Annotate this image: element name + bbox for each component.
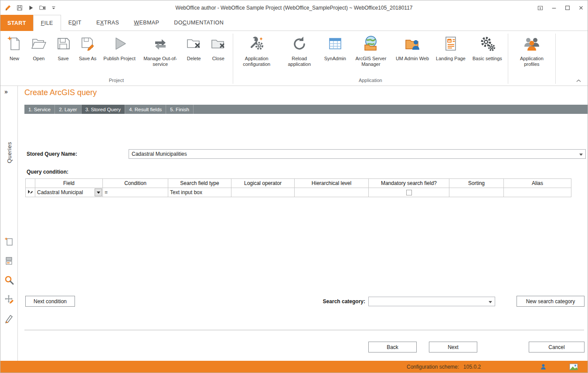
quick-publish-icon[interactable] (27, 3, 35, 12)
logical-operator-cell[interactable] (231, 188, 295, 197)
title-bar: WebOffice author - WebOffice Sample Proj… (0, 0, 588, 15)
table-row: Cadastral Municipal = Text input box (26, 188, 571, 197)
application-configuration-button[interactable]: Application configuration (235, 34, 278, 68)
edit-geometry-icon[interactable] (3, 293, 16, 306)
window-controls (534, 0, 588, 15)
row-selector-header (26, 179, 35, 188)
stored-query-name-label: Stored Query Name: (27, 149, 77, 159)
tab-file[interactable]: FILE (33, 15, 61, 31)
ribbon: New Open Save Save As Publish Project (0, 31, 588, 86)
column-header-sorting: Sorting (449, 179, 504, 188)
wizard-steps-bar: 1. Service 2. Layer 3. Stored Query 4. R… (24, 105, 588, 114)
ribbon-pin-icon[interactable] (534, 0, 547, 15)
open-folder-icon (30, 35, 48, 54)
um-admin-web-button[interactable]: UM Admin Web (392, 34, 432, 62)
landing-page-button[interactable]: w Landing Page (432, 34, 469, 62)
field-cell[interactable]: Cadastral Municipal (35, 188, 103, 197)
delete-button[interactable]: Delete (182, 34, 206, 62)
synadmin-icon (326, 35, 344, 54)
quick-close-project-icon[interactable] (38, 3, 47, 12)
search-field-type-cell[interactable]: Text input box (168, 188, 231, 197)
manage-out-of-service-button[interactable]: Manage Out-of-service (139, 34, 182, 68)
mandatory-cell[interactable] (369, 188, 449, 197)
alias-cell[interactable] (504, 188, 571, 197)
user-status-icon[interactable] (539, 363, 547, 371)
row-edit-indicator[interactable] (26, 188, 35, 197)
save-button[interactable]: Save (51, 34, 75, 62)
manage-out-of-service-icon (152, 35, 169, 54)
application-profiles-icon (523, 35, 540, 54)
tab-documentation[interactable]: DOCUMENTATION (167, 15, 231, 31)
publish-project-button[interactable]: Publish Project (100, 34, 139, 62)
arcgis-server-manager-button[interactable]: ArcGIS Server Manager (350, 34, 392, 68)
sorting-cell[interactable] (449, 188, 504, 197)
wizard-step-stored-query[interactable]: 3. Stored Query (82, 105, 125, 114)
wizard-step-finish[interactable]: 5. Finish (166, 105, 193, 114)
configuration-scheme-status: Configuration scheme:105.0.2 (407, 361, 481, 373)
ribbon-tab-strip: START FILE EDIT EXTRAS WEBMAP DOCUMENTAT… (0, 15, 588, 31)
row-edit-indicator-icon (27, 190, 34, 196)
stored-query-name-value: Cadastral Municipalities (132, 151, 187, 157)
hierarchical-level-cell[interactable] (295, 188, 369, 197)
sidebar-expand-button[interactable]: » (0, 86, 17, 97)
wizard-step-layer[interactable]: 2. Layer (55, 105, 82, 114)
cancel-button[interactable]: Cancel (529, 342, 585, 352)
quick-access-toolbar (0, 3, 58, 12)
new-button[interactable]: New (2, 34, 27, 62)
tab-start[interactable]: START (0, 15, 33, 31)
qat-customize-dropdown-icon[interactable] (49, 3, 58, 12)
wizard-step-result-fields[interactable]: 4. Result fields (125, 105, 166, 114)
next-condition-button[interactable]: Next condition (25, 296, 75, 307)
open-button[interactable]: Open (27, 34, 51, 62)
mandatory-checkbox[interactable] (406, 190, 412, 195)
application-profiles-button[interactable]: Application profiles (510, 34, 553, 68)
group-label-application: Application (235, 78, 506, 86)
application-window: WebOffice author - WebOffice Sample Proj… (0, 0, 588, 373)
maximize-icon[interactable] (561, 0, 574, 15)
column-header-hierarchical-level: Hierarchical level (295, 179, 369, 188)
map-status-icon[interactable] (569, 363, 578, 371)
chevron-down-icon (489, 301, 492, 303)
column-header-search-field-type: Search field type (168, 179, 231, 188)
footer-divider (24, 330, 584, 330)
new-query-icon[interactable] (3, 235, 16, 248)
back-button[interactable]: Back (368, 342, 417, 352)
stored-query-name-combobox[interactable]: Cadastral Municipalities (129, 149, 586, 159)
redlining-pen-icon[interactable] (3, 312, 16, 325)
new-search-category-button[interactable]: New search category (517, 296, 585, 307)
column-header-mandatory: Mandatory search field? (369, 179, 449, 188)
close-window-icon[interactable] (574, 0, 588, 15)
publish-project-icon (111, 35, 128, 54)
tab-extras[interactable]: EXTRAS (89, 15, 126, 31)
column-header-alias: Alias (504, 179, 571, 188)
table-header-row: Field Condition Search field type Logica… (26, 179, 571, 188)
close-button[interactable]: Close (206, 34, 231, 62)
window-title: WebOffice author - WebOffice Sample Proj… (0, 5, 588, 11)
sidebar-toolbar (0, 235, 18, 325)
reload-application-button[interactable]: Reload application (278, 34, 321, 68)
save-as-button[interactable]: Save As (75, 34, 100, 62)
query-search-icon[interactable] (3, 274, 16, 287)
sidebar-panel-tab-queries[interactable]: Queries (0, 142, 18, 163)
delete-project-icon (185, 35, 203, 54)
search-category-combobox[interactable] (368, 297, 495, 306)
quick-save-icon[interactable] (15, 3, 24, 12)
tab-webmap[interactable]: WEBMAP (126, 15, 167, 31)
minimize-icon[interactable] (547, 0, 561, 15)
layers-icon[interactable] (3, 254, 16, 267)
ribbon-separator (233, 34, 233, 84)
tab-edit[interactable]: EDIT (61, 15, 89, 31)
wizard-step-service[interactable]: 1. Service (24, 105, 55, 114)
query-condition-table: Field Condition Search field type Logica… (25, 178, 571, 197)
chevron-down-icon (579, 154, 583, 156)
application-configuration-icon (248, 35, 265, 54)
next-button[interactable]: Next (429, 342, 477, 352)
condition-cell[interactable]: = (103, 188, 168, 197)
ribbon-group-project: New Open Save Save As Publish Project (1, 32, 231, 86)
synadmin-button[interactable]: SynAdmin (321, 34, 350, 62)
collapse-ribbon-icon[interactable] (575, 78, 582, 83)
field-dropdown-icon[interactable] (95, 188, 102, 196)
new-document-icon (6, 35, 23, 54)
search-category-label: Search category: (279, 297, 365, 306)
basic-settings-button[interactable]: Basic settings (469, 34, 506, 62)
